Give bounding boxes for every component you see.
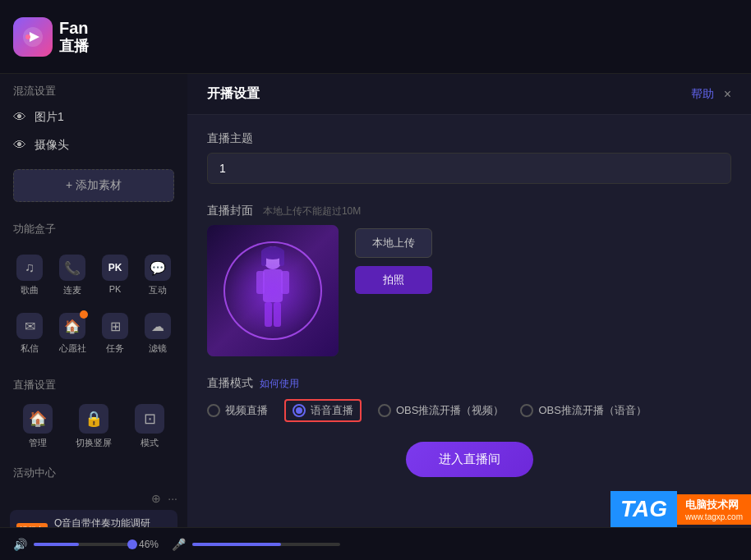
func-label-linmai: 连麦: [63, 284, 81, 296]
live-section-title: 直播设置: [0, 368, 187, 397]
mic-slider[interactable]: [192, 543, 340, 546]
volume-fill: [34, 543, 79, 546]
live-portrait[interactable]: 🔒 切换竖屏: [69, 404, 118, 449]
tag-blue: TAG: [610, 491, 677, 527]
add-activity-icon[interactable]: ⊕: [151, 492, 161, 505]
radio-group: 视频直播 语音直播 OBS推流开播（视频） OBS推流开播（语音）: [207, 399, 731, 422]
badge-dot: [80, 310, 88, 319]
mode-how-link[interactable]: 如何使用: [260, 377, 299, 391]
logo-area: Fan 直播: [13, 17, 89, 57]
activity-title: Q音自带伴奏功能调研: [54, 516, 150, 527]
func-item-task[interactable]: ⊞ 任务: [95, 306, 135, 361]
func-item-interact[interactable]: 💬 互动: [138, 248, 177, 303]
sidebar-item-camera[interactable]: 👁 摄像头: [0, 131, 187, 159]
enter-btn-container: 进入直播间: [207, 442, 731, 477]
radio-obs-video[interactable]: OBS推流开播（视频）: [378, 403, 504, 418]
func-item-songs[interactable]: ♫ 歌曲: [10, 248, 49, 303]
content-body: 直播主题 直播封面 本地上传不能超过10M: [187, 115, 751, 527]
activity-header-icons: ⊕ ···: [151, 492, 177, 505]
logo-icon: [13, 17, 53, 57]
eye-icon-camera: 👁: [13, 138, 26, 153]
bottom-bar: 🔊 46% 🎤: [0, 527, 751, 560]
sidebar-item-image1[interactable]: 👁 图片1: [0, 103, 187, 131]
activity-section: ⊕ ··· 进行中 Q音自带伴奏功能调研 感谢各主播的支持~: [0, 485, 187, 527]
upload-button[interactable]: 本地上传: [355, 228, 432, 258]
func-icon-message: ✉: [16, 313, 43, 339]
live-mode[interactable]: ⊡ 模式: [125, 404, 174, 449]
function-grid: ♫ 歌曲 📞 连麦 PK PK 💬 互动 ✉ 私信: [0, 241, 187, 368]
radio-dot-video: [207, 404, 220, 417]
portrait-label: 切换竖屏: [76, 437, 112, 449]
volume-pct: 46%: [139, 539, 159, 550]
func-label-filter: 滤镜: [149, 342, 167, 355]
radio-video-live[interactable]: 视频直播: [207, 403, 268, 418]
activity-card: 进行中 Q音自带伴奏功能调研 感谢各主播的支持~: [10, 510, 177, 527]
mic-fill: [192, 543, 281, 546]
add-material-button[interactable]: + 添加素材: [13, 169, 174, 202]
more-activity-icon[interactable]: ···: [168, 492, 177, 505]
mode-icon: ⊡: [135, 404, 164, 434]
func-item-pk[interactable]: PK PK: [95, 248, 135, 303]
mix-section-title: 混流设置: [0, 74, 187, 103]
sidebar-item-label-image1: 图片1: [35, 110, 64, 125]
stream-cover-section: 直播封面 本地上传不能超过10M: [207, 204, 731, 356]
func-label-songs: 歌曲: [21, 284, 39, 296]
portrait-icon: 🔒: [79, 404, 108, 434]
header-actions: 帮助 ×: [691, 87, 731, 102]
func-icon-wish: 🏠: [59, 313, 85, 339]
func-label-task: 任务: [106, 342, 124, 355]
func-icon-pk: PK: [102, 255, 128, 281]
mic-icon: 🎤: [172, 538, 186, 551]
stream-theme-input[interactable]: [207, 153, 731, 184]
logo-text: Fan 直播: [59, 18, 89, 56]
content-title: 开播设置: [207, 85, 260, 103]
tag-line1: 电脑技术网: [685, 498, 739, 512]
cover-buttons: 本地上传 拍照: [355, 228, 432, 294]
live-manage[interactable]: 🏠 管理: [13, 404, 62, 449]
close-button[interactable]: ×: [724, 87, 731, 102]
volume-knob: [127, 539, 137, 549]
volume-slider[interactable]: [34, 543, 132, 546]
top-header: Fan 直播: [0, 0, 751, 74]
radio-label-obs-video: OBS推流开播（视频）: [396, 403, 504, 418]
cover-sublabel: 本地上传不能超过10M: [263, 205, 361, 217]
radio-dot-obs-audio: [520, 404, 533, 417]
logo-fan: Fan: [59, 18, 89, 38]
content-area: 开播设置 帮助 × 直播主题 直播封面 本地上传不能超过10M: [187, 74, 751, 527]
tag-watermark: TAG 电脑技术网 www.tagxp.com: [610, 491, 751, 527]
stream-theme-label: 直播主题: [207, 131, 731, 146]
radio-label-voice: 语音直播: [311, 403, 353, 418]
radio-dot-voice: [293, 404, 306, 417]
activity-header: ⊕ ···: [10, 492, 177, 505]
manage-label: 管理: [29, 437, 47, 449]
activity-info: Q音自带伴奏功能调研 感谢各主播的支持~: [54, 516, 150, 527]
live-settings-icons: 🏠 管理 🔒 切换竖屏 ⊡ 模式: [0, 397, 187, 456]
help-link[interactable]: 帮助: [691, 87, 714, 102]
cover-image-inner: [207, 225, 339, 356]
photo-button[interactable]: 拍照: [355, 266, 432, 294]
func-icon-filter: ☁: [145, 313, 171, 339]
func-item-message[interactable]: ✉ 私信: [10, 306, 49, 361]
func-label-pk: PK: [109, 284, 122, 294]
radio-obs-audio[interactable]: OBS推流开播（语音）: [520, 403, 646, 418]
tag-orange: 电脑技术网 www.tagxp.com: [677, 494, 751, 525]
func-item-wish[interactable]: 🏠 心愿社: [53, 306, 92, 361]
live-mode-section: 直播模式 如何使用 视频直播 语音直播 OBS推流开播（视频）: [207, 376, 731, 422]
func-label-message: 私信: [21, 342, 39, 355]
sidebar-item-label-camera: 摄像头: [35, 138, 69, 153]
func-icon-linmai: 📞: [59, 255, 85, 281]
radio-voice-live[interactable]: 语音直播: [284, 399, 362, 422]
tag-line2: www.tagxp.com: [685, 512, 743, 521]
func-item-linmai[interactable]: 📞 连麦: [53, 248, 92, 303]
activity-section-title: 活动中心: [0, 456, 187, 485]
volume-icon: 🔊: [13, 538, 27, 551]
cover-image: [207, 225, 339, 356]
enter-button[interactable]: 进入直播间: [406, 442, 533, 477]
svg-point-2: [25, 34, 30, 39]
func-item-filter[interactable]: ☁ 滤镜: [138, 306, 177, 361]
sidebar: 混流设置 👁 图片1 👁 摄像头 + 添加素材 功能盒子 ♫ 歌曲 📞 连麦 P…: [0, 74, 187, 527]
logo-zhibo: 直播: [59, 38, 89, 56]
radio-label-video: 视频直播: [225, 403, 268, 418]
func-icon-interact: 💬: [145, 255, 171, 281]
func-icon-task: ⊞: [102, 313, 128, 339]
